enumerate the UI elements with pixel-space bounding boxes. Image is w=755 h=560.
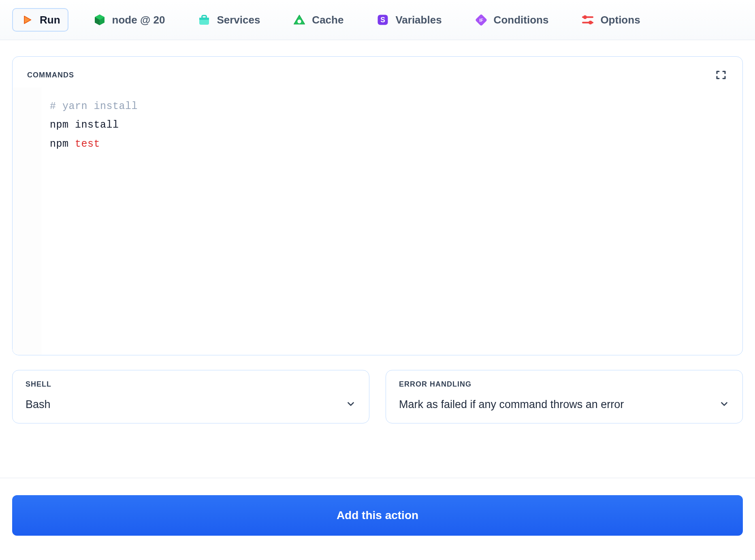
editor-gutter (13, 88, 42, 355)
expand-button[interactable] (714, 68, 728, 82)
svg-point-3 (298, 19, 301, 23)
sliders-icon (581, 13, 595, 27)
shell-value: Bash (26, 398, 51, 411)
tab-bar: Run node @ 20 Services (0, 0, 755, 40)
error-handling-value-row: Mark as failed if any command throws an … (399, 398, 729, 411)
node-icon (93, 13, 107, 27)
tab-label: node @ 20 (112, 14, 165, 26)
tab-run[interactable]: Run (12, 8, 68, 32)
editor-line: npm test (50, 138, 100, 150)
chevron-down-icon (719, 399, 729, 411)
commands-label: COMMANDS (27, 71, 74, 79)
package-icon (197, 13, 211, 27)
tab-label: Conditions (494, 14, 549, 26)
editor-line: # yarn install (50, 100, 138, 112)
shell-value-row: Bash (26, 398, 356, 411)
error-handling-label: ERROR HANDLING (399, 380, 729, 389)
tab-variables[interactable]: S Variables (368, 8, 450, 32)
play-icon (20, 13, 34, 27)
shell-select[interactable]: SHELL Bash (12, 370, 369, 423)
chevron-down-icon (346, 399, 356, 411)
svg-text:IF: IF (479, 18, 483, 23)
if-icon: IF (474, 13, 488, 27)
svg-point-11 (589, 21, 592, 24)
error-handling-select[interactable]: ERROR HANDLING Mark as failed if any com… (386, 370, 743, 423)
tab-label: Run (40, 14, 60, 26)
tab-label: Cache (312, 14, 343, 26)
select-row: SHELL Bash ERROR HANDLING Mark as failed… (12, 370, 743, 423)
svg-text:S: S (381, 16, 386, 24)
footer: Add this action (0, 478, 755, 560)
svg-rect-2 (202, 15, 207, 18)
commands-editor[interactable]: # yarn install npm install npm test (42, 88, 742, 355)
tab-conditions[interactable]: IF Conditions (466, 8, 557, 32)
editor-line: npm install (50, 119, 119, 131)
main-content: COMMANDS # yarn install npm install npm … (0, 40, 755, 423)
expand-icon (715, 69, 727, 81)
tab-environment[interactable]: node @ 20 (85, 8, 173, 32)
dollar-icon: S (376, 13, 390, 27)
error-handling-value: Mark as failed if any command throws an … (399, 398, 624, 411)
svg-point-10 (583, 15, 587, 19)
tab-cache[interactable]: Cache (284, 8, 352, 32)
tab-options[interactable]: Options (573, 8, 648, 32)
commands-card: COMMANDS # yarn install npm install npm … (12, 56, 743, 355)
tab-label: Services (217, 14, 260, 26)
tab-label: Variables (395, 14, 441, 26)
triangle-icon (292, 13, 306, 27)
shell-label: SHELL (26, 380, 356, 389)
commands-header: COMMANDS (13, 57, 742, 88)
editor-wrap: # yarn install npm install npm test (13, 88, 742, 355)
tab-services[interactable]: Services (189, 8, 268, 32)
tab-label: Options (600, 14, 640, 26)
add-action-button[interactable]: Add this action (12, 495, 743, 536)
